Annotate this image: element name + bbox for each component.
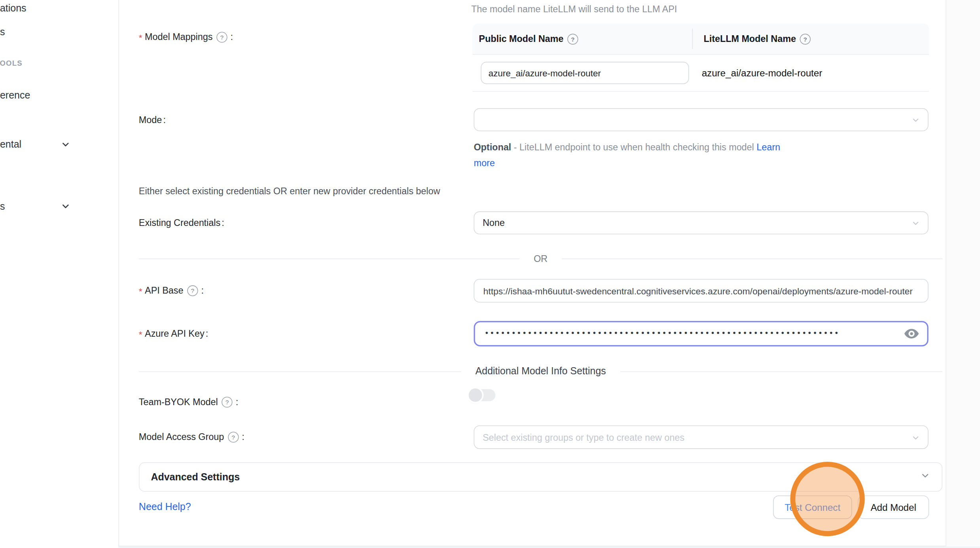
help-circle-icon[interactable]: ? (187, 285, 198, 296)
additional-info-divider: Additional Model Info Settings (139, 365, 942, 377)
sidebar-item-inference[interactable]: erence (0, 89, 118, 102)
need-help-link[interactable]: Need Help? (139, 501, 191, 513)
advanced-settings-panel[interactable]: Advanced Settings (139, 462, 942, 491)
litellm-model-name-value: azure_ai/azure-model-router (702, 68, 823, 78)
existing-credentials-label: Existing Credentials : (139, 216, 224, 229)
add-model-page: ations s TOOLS erence ental s The model … (0, 0, 980, 548)
chevron-down-icon (921, 471, 930, 483)
model-mappings-header-row: Public Model Name ? LiteLLM Model Name ? (472, 24, 929, 55)
test-connect-button[interactable]: Test Connect (773, 495, 852, 519)
additional-info-divider-text: Additional Model Info Settings (461, 366, 620, 377)
chevron-down-icon (912, 116, 919, 126)
model-mappings-table: Public Model Name ? LiteLLM Model Name ?… (472, 24, 929, 92)
or-divider-text: OR (520, 254, 562, 264)
sidebar-item-label: erence (0, 90, 30, 101)
optional-prefix: Optional (474, 142, 511, 152)
model-mappings-row: azure_ai/azure-model-router (472, 55, 929, 91)
required-asterisk: * (139, 329, 142, 339)
help-circle-icon[interactable]: ? (222, 396, 232, 407)
toggle-knob (469, 389, 482, 402)
api-base-label: * API Base ? : (139, 284, 204, 297)
litellm-model-name-header: LiteLLM Model Name ? (693, 33, 813, 44)
add-model-button[interactable]: Add Model (858, 495, 929, 519)
sidebar: ations s TOOLS erence ental s (0, 0, 119, 548)
mode-label: Mode : (139, 113, 166, 126)
sidebar-item-label: ations (0, 2, 27, 14)
public-model-name-header: Public Model Name ? (472, 33, 692, 44)
help-circle-icon[interactable]: ? (800, 33, 811, 44)
mode-select[interactable] (474, 108, 928, 131)
team-byok-toggle[interactable] (470, 389, 495, 401)
help-circle-icon[interactable]: ? (228, 431, 239, 442)
eye-icon[interactable] (904, 328, 919, 342)
chevron-down-icon (912, 219, 919, 229)
mode-help-text: Optional - LiteLLM endpoint to use when … (474, 139, 798, 171)
model-access-group-select[interactable]: Select existing groups or type to create… (474, 425, 928, 449)
public-model-name-input[interactable] (481, 62, 689, 84)
sidebar-item-label: s (0, 26, 5, 38)
required-asterisk: * (139, 32, 142, 43)
sidebar-item-settings[interactable]: s (0, 199, 118, 213)
model-access-group-placeholder: Select existing groups or type to create… (483, 432, 684, 442)
sidebar-item-label: ental (0, 139, 21, 150)
model-access-group-label: Model Access Group ? : (139, 430, 245, 443)
team-byok-label: Team-BYOK Model ? : (139, 395, 238, 408)
sidebar-section-tools: TOOLS (0, 59, 113, 67)
sidebar-item-label: s (0, 201, 5, 212)
azure-api-key-input[interactable]: ••••••••••••••••••••••••••••••••••••••••… (474, 321, 928, 346)
chevron-down-icon (61, 140, 70, 152)
chevron-down-icon (912, 433, 919, 444)
model-name-helper-text: The model name LiteLLM will send to the … (471, 4, 677, 14)
existing-credentials-select[interactable]: None (474, 211, 928, 234)
sidebar-item-organizations[interactable]: ations (0, 1, 118, 15)
help-circle-icon[interactable]: ? (216, 32, 227, 42)
page-background-bottom (118, 546, 980, 548)
credentials-note: Either select existing credentials OR en… (139, 186, 440, 196)
existing-credentials-value: None (483, 218, 505, 228)
help-circle-icon[interactable]: ? (567, 33, 578, 44)
model-mappings-label: * Model Mappings ? : (139, 30, 233, 43)
page-background-strip (946, 0, 980, 548)
azure-api-key-label: * Azure API Key : (139, 327, 208, 340)
api-base-input[interactable] (474, 279, 928, 303)
chevron-down-icon (61, 202, 70, 213)
advanced-settings-title: Advanced Settings (151, 471, 240, 483)
masked-key-value: ••••••••••••••••••••••••••••••••••••••••… (485, 328, 840, 337)
or-divider: OR (139, 252, 942, 265)
sidebar-item-experimental[interactable]: ental (0, 138, 118, 152)
sidebar-item[interactable]: s (0, 25, 118, 39)
required-asterisk: * (139, 286, 142, 296)
